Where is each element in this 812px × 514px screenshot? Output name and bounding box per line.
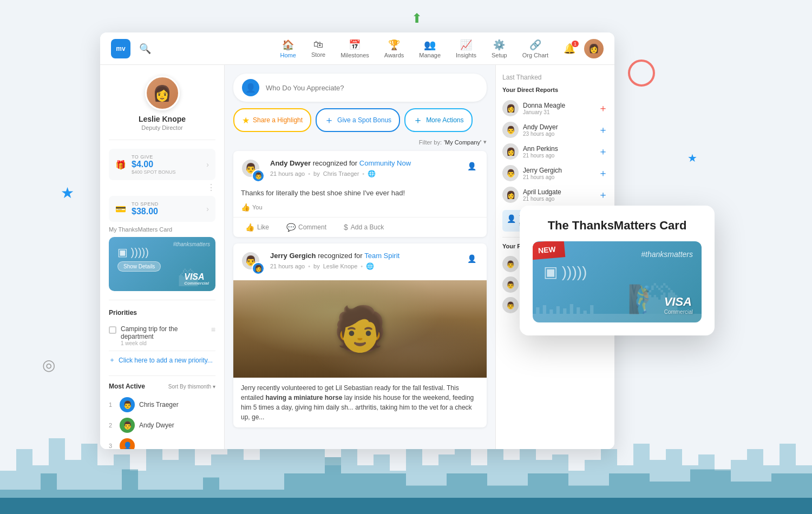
priorities-section: Priorities Camping trip for the departme…: [109, 300, 215, 369]
profile-name: Leslie Knope: [139, 115, 186, 123]
most-active-section: Most Active Sort By thismonth ▾ 1 👨 Chri…: [109, 375, 215, 449]
thumbs-up-icon: 👍: [241, 203, 250, 212]
priority-checkbox[interactable]: [109, 326, 116, 334]
post-person-icon-2[interactable]: 👤: [464, 251, 479, 266]
card-section-title: My ThanksMatters Card: [109, 226, 215, 233]
post-actions-bar-1: 👍 Like 💬 Comment $ Add a Buck: [233, 217, 487, 237]
give-arrow: ›: [206, 160, 209, 169]
add-priority-button[interactable]: ＋ Click here to add a new priority...: [109, 351, 215, 369]
star-deco-2: ★: [61, 184, 74, 202]
share-icon: ⬆: [411, 11, 422, 26]
compose-box: 👤: [233, 74, 487, 102]
add-recognition-1[interactable]: ＋: [598, 102, 608, 115]
post-card-2: 👨 👩 Jerry Gergich recognized for Team Sp…: [233, 243, 487, 427]
search-icon[interactable]: 🔍: [139, 43, 151, 55]
priorities-title: Priorities: [109, 309, 215, 317]
card-popup-hashtag: #thanksmatters: [641, 250, 693, 259]
comment-icon: 💬: [286, 223, 296, 232]
post-card-1: 👨 👨 Andy Dwyer recognized for Community …: [233, 151, 487, 237]
sort-by-control[interactable]: Sort By thismonth ▾: [168, 384, 215, 390]
filter-chevron-icon[interactable]: ▾: [483, 139, 487, 146]
to-spend-card[interactable]: 💳 TO SPEND $38.00 ›: [109, 196, 215, 222]
sidebar: 👩 Leslie Knope Deputy Director 🎁 TO GIVE…: [100, 65, 225, 449]
milestones-icon: 📅: [349, 39, 361, 51]
nav-item-awards[interactable]: 🏆 Awards: [384, 39, 404, 58]
card-popup-title: The ThanksMatters Card: [533, 219, 702, 233]
nav-item-setup[interactable]: ⚙️ Setup: [492, 39, 507, 58]
add-buck-button-1[interactable]: $ Add a Buck: [339, 221, 388, 234]
to-give-card[interactable]: 🎁 TO GIVE $4.00 $400 SPOT BONUS ›: [109, 149, 215, 180]
add-recognition-4[interactable]: ＋: [598, 167, 608, 180]
add-recognition-2[interactable]: ＋: [598, 123, 608, 136]
visa-card: #thanksmatters ▣ ))))) Show Details VISA…: [109, 237, 215, 291]
star-deco-1: ★: [687, 151, 697, 164]
report-name-1: Donna Meagle: [523, 102, 594, 109]
card-chip-icon: ▣ ))))): [117, 246, 207, 259]
report-item-1: 👩 Donna Meagle January 31 ＋: [502, 97, 608, 119]
post-likes-1: 👍 You: [241, 203, 479, 212]
new-badge: NEW: [533, 241, 565, 260]
nav-item-orgchart[interactable]: 🔗 Org Chart: [522, 39, 548, 58]
comment-button-1[interactable]: 💬 Comment: [282, 221, 331, 234]
card-popup-chip: ▣ ))))): [543, 263, 691, 281]
peer-avatar-3: 👨: [502, 297, 519, 313]
add-priority-icon: ＋: [109, 355, 115, 365]
chevron-down-icon: ▾: [213, 384, 215, 390]
compose-icon: 👤: [242, 79, 259, 96]
spend-arrow: ›: [206, 205, 209, 213]
peer-avatar-1: 👨: [502, 256, 519, 272]
show-details-button[interactable]: Show Details: [117, 261, 161, 272]
plus-icon-bonus: ＋: [324, 114, 334, 127]
card-popup: The ThanksMatters Card NEW #thanksmatter…: [520, 206, 715, 335]
report-date-2: 23 hours ago: [523, 131, 594, 137]
like-button-1[interactable]: 👍 Like: [241, 221, 273, 234]
setup-icon: ⚙️: [493, 39, 505, 51]
post-person-icon-1[interactable]: 👤: [464, 159, 479, 174]
active-avatar-1: 👨: [120, 397, 135, 412]
note-icon: 👤: [507, 214, 516, 223]
nav-items: 🏠 Home 🛍 Store 📅 Milestones 🏆 Awards 👥 M…: [280, 39, 548, 58]
nav-item-home[interactable]: 🏠 Home: [280, 39, 296, 58]
nav-item-manage[interactable]: 👥 Manage: [419, 39, 441, 58]
report-avatar-5: 👩: [502, 187, 519, 203]
direct-reports-label: Your Direct Reports: [502, 87, 608, 93]
add-recognition-3[interactable]: ＋: [598, 145, 608, 158]
user-avatar-nav[interactable]: 👩: [584, 39, 604, 58]
peer-avatar-2: 👨: [502, 276, 519, 293]
give-menu-icon[interactable]: ⋮: [207, 182, 215, 193]
compose-input[interactable]: [266, 84, 478, 92]
report-avatar-4: 👨: [502, 165, 519, 181]
post-text-1: Thanks for literally the best shoe shine…: [241, 188, 479, 199]
priority-menu-icon[interactable]: ≡: [211, 325, 215, 334]
active-name-2: Andy Dwyer: [139, 421, 174, 429]
highlight-button[interactable]: ★ Share a Highlight: [233, 108, 311, 132]
more-actions-button[interactable]: ＋ More Actions: [404, 108, 472, 132]
profile-title: Deputy Director: [141, 124, 182, 131]
report-date-3: 21 hours ago: [523, 153, 594, 159]
person-image: 🧑: [333, 304, 387, 354]
active-avatar-2: 👨: [120, 418, 135, 433]
circle-deco: [628, 60, 655, 87]
active-item-2: 2 👨 Andy Dwyer: [109, 415, 215, 436]
report-name-3: Ann Perkins: [523, 145, 594, 153]
post-avatars-1: 👨 👨: [241, 159, 265, 182]
star-icon: ★: [242, 115, 250, 126]
filter-bar: Filter by: 'My Company' ▾: [233, 139, 487, 146]
notification-bell[interactable]: 🔔 1: [564, 43, 575, 55]
nav-item-milestones[interactable]: 📅 Milestones: [340, 39, 369, 58]
most-active-title: Most Active: [109, 383, 145, 390]
store-icon: 🛍: [313, 39, 323, 50]
spot-bonus-button[interactable]: ＋ Give a Spot Bonus: [316, 108, 400, 132]
post-title-1: Andy Dwyer recognized for Community Now: [270, 159, 459, 168]
profile-avatar[interactable]: 👩: [145, 76, 180, 110]
nav-item-store[interactable]: 🛍 Store: [311, 39, 325, 58]
nav-logo[interactable]: mv: [111, 39, 130, 58]
notification-badge: 1: [572, 41, 579, 47]
mountain-deco: 🏔: [178, 267, 199, 291]
priority-age: 1 week old: [121, 340, 207, 346]
filter-value: 'My Company': [444, 139, 481, 146]
nav-item-insights[interactable]: 📈 Insights: [456, 39, 476, 58]
post-meta-2: 21 hours ago • by Leslie Knope • 🌐: [270, 262, 459, 270]
add-recognition-5[interactable]: ＋: [598, 188, 608, 201]
add-priority-label: Click here to add a new priority...: [119, 357, 213, 364]
